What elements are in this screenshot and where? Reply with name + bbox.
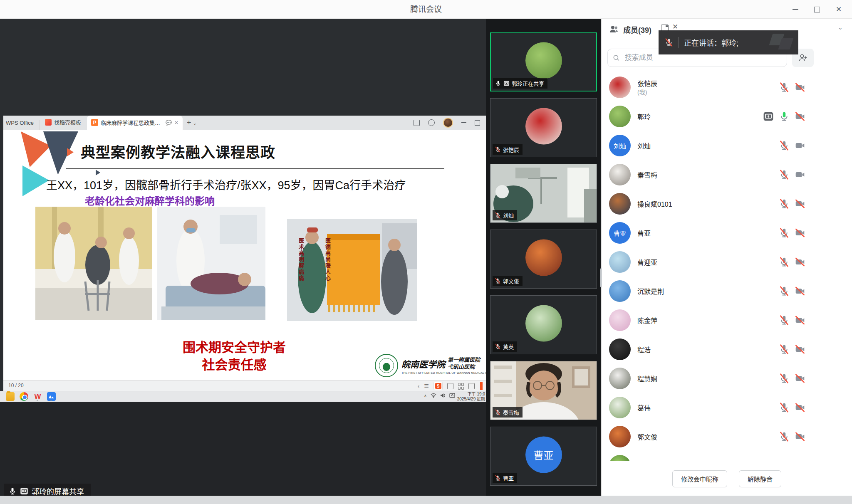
window-controls: ✕ [785,0,850,19]
camera-off-icon[interactable] [795,315,805,326]
mic-on-icon[interactable] [779,111,790,122]
member-name: 张恺辰 [637,78,657,88]
member-row-12[interactable]: 葛伟 [602,393,852,422]
play-view-icon[interactable] [468,383,475,389]
normal-view-icon[interactable] [447,383,453,389]
video-tile-6[interactable]: 秦雪梅 [490,361,597,420]
input-method-icon[interactable] [449,393,455,398]
video-tile-4[interactable]: 郭文俊 [490,230,597,289]
mic-muted-icon[interactable] [779,198,790,209]
tab-close-icon[interactable]: ✕ [174,120,178,126]
share-tool-icon[interactable]: S [433,382,443,390]
collapse-left-icon[interactable]: ‹ [418,383,419,389]
camera-off-icon[interactable] [795,198,805,209]
mic-muted-icon [495,146,501,153]
taskbar-clock[interactable]: 下午 19:0 2025/4/29 星期二 [456,392,485,402]
member-avatar [609,338,631,360]
camera-off-icon[interactable] [795,227,805,238]
wps-account-avatar[interactable] [443,118,453,128]
member-row-1[interactable]: 张恺辰(我) [602,73,852,102]
camera-off-icon[interactable] [795,111,805,122]
member-row-3[interactable]: 刘灿刘灿 [602,131,852,160]
member-row-13[interactable]: 郭文俊 [602,422,852,451]
camera-off-icon[interactable] [795,373,805,384]
member-row-7[interactable]: 曹迎亚 [602,247,852,277]
search-input[interactable] [624,53,782,62]
member-row-2[interactable]: 郭玲 [602,102,852,131]
mic-muted-icon[interactable] [779,344,790,355]
panel-collapse-chevron-icon[interactable]: ⌄ [837,24,843,31]
mic-muted-icon[interactable] [779,227,790,238]
mic-muted-icon[interactable] [779,140,790,151]
unmute-button[interactable]: 解除静音 [739,470,781,487]
grid-view-icon[interactable] [458,383,464,389]
video-tile-3[interactable]: 刘灿 [490,164,597,223]
members-panel-title: 成员(39) [623,24,651,35]
file-explorer-icon[interactable] [6,392,15,401]
camera-off-icon[interactable] [795,257,805,267]
tile-name-label: 郭玲正在共享 [493,78,547,89]
camera-off-icon[interactable] [795,431,805,442]
browser-icon[interactable] [20,392,28,401]
mic-muted-icon[interactable] [779,315,790,326]
wps-restore-icon[interactable] [475,120,480,126]
member-row-8[interactable]: 沉默是荆 [602,277,852,306]
tile-name-label: 黄英 [493,341,517,352]
meeting-app-icon[interactable] [47,392,56,401]
tile-participant-name: 黄英 [503,343,514,351]
tray-expand-icon[interactable]: ∧ [424,393,427,398]
member-row-6[interactable]: 曹亚曹亚 [602,218,852,247]
members-panel-footer: 修改会中昵称 解除静音 [602,461,852,496]
comment-icon[interactable]: 💬 [166,120,172,126]
mic-muted-icon[interactable] [779,257,790,267]
camera-off-icon[interactable] [795,286,805,296]
mic-muted-icon[interactable] [779,169,790,180]
video-tile-1[interactable]: 郭玲正在共享 [490,32,597,91]
deco-arrow-dark [96,170,100,175]
mic-muted-icon[interactable] [779,402,790,413]
change-nickname-button[interactable]: 修改会中昵称 [672,470,727,487]
member-name: 曹迎亚 [637,257,657,267]
mic-muted-icon[interactable] [779,286,790,296]
wps-layout-icon[interactable] [414,120,420,126]
video-tile-7[interactable]: 曹亚曹亚 [490,427,597,486]
tab-list-caret-icon[interactable]: ⌄ [193,121,196,126]
video-tile-2[interactable]: 张恺辰 [490,98,597,157]
list-view-icon[interactable]: ☰ [424,383,429,389]
wps-home-tab[interactable]: WPS Office [3,120,40,130]
minimize-button[interactable] [785,0,806,19]
member-row-4[interactable]: 秦雪梅 [602,160,852,189]
member-row-11[interactable]: 程慧娴 [602,364,852,393]
camera-off-icon[interactable] [795,402,805,413]
mic-muted-icon[interactable] [779,373,790,384]
speaking-toast-text: 正在讲话：郭玲; [684,37,738,48]
camera-on-icon[interactable] [795,140,805,151]
wps-tab-presentation[interactable]: P 临床麻醉学课程思政集体备课 💬 ✕ [87,116,183,130]
close-panel-icon[interactable]: ✕ [672,22,678,31]
member-row-9[interactable]: 陈金萍 [602,306,852,335]
member-row-10[interactable]: 程浩 [602,335,852,364]
wifi-icon[interactable] [431,393,436,398]
member-row-5[interactable]: 操良斌0101 [602,189,852,218]
member-status-icons [779,315,805,326]
panel-scrollbar[interactable] [600,268,602,287]
member-name: 程浩 [637,344,651,354]
wps-minimize-icon[interactable] [461,122,466,123]
camera-off-icon[interactable] [795,82,805,93]
ppt-file-icon: P [91,119,98,126]
camera-on-icon[interactable] [795,169,805,180]
wps-tab-docer[interactable]: 找稻壳模板 [40,118,87,130]
maximize-button[interactable] [806,0,828,19]
tile-participant-name: 郭玲正在共享 [512,79,544,87]
new-tab-button[interactable]: + [187,119,191,127]
mic-muted-icon[interactable] [779,82,790,93]
mic-muted-icon [495,278,501,284]
close-button[interactable]: ✕ [828,0,850,19]
video-tile-5[interactable]: 黄英 [490,295,597,354]
wps-globe-icon[interactable] [428,119,435,126]
tile-participant-name: 曹亚 [503,474,514,482]
camera-off-icon[interactable] [795,344,805,355]
wps-taskbar-icon[interactable]: W [33,392,42,401]
mic-muted-icon[interactable] [779,431,790,442]
speaker-icon[interactable] [440,393,446,398]
